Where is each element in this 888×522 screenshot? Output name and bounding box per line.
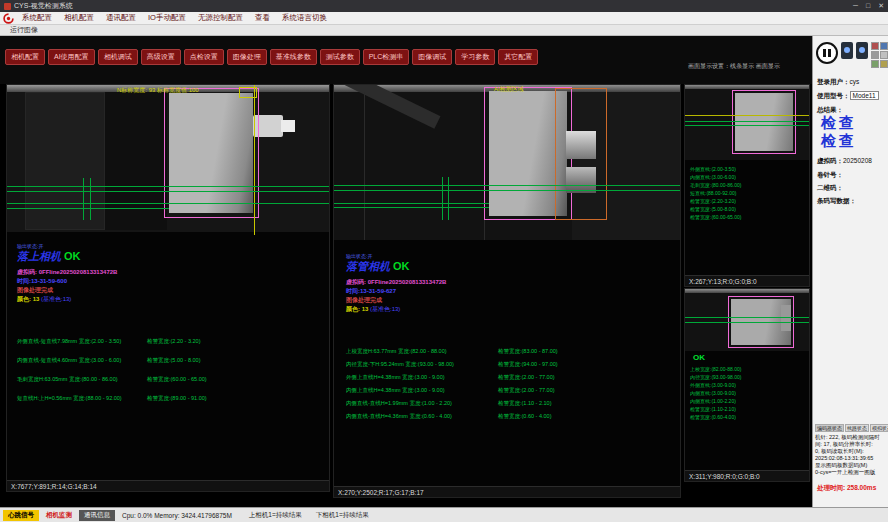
preview-2-image[interactable] [685, 289, 809, 351]
tool-icon[interactable] [880, 60, 888, 68]
measurement-limit: 检警宽度:(2.00 - 77.00) [498, 387, 555, 394]
menu-item[interactable]: 通讯配置 [100, 13, 142, 23]
measurement-value: 上校宽度H:63.77mm 宽度:(82.00 - 88.00) [346, 348, 447, 355]
tool-icon[interactable] [871, 51, 879, 59]
width-annotation: N标称宽度: 93 标称宽度值:100 [117, 86, 199, 95]
camera-results: 上相机1=持续结果 下相机1=持续结果 [249, 511, 369, 520]
green-measure-line [334, 203, 489, 204]
preview-camera-1[interactable]: 外侧直线:(2.00-3.50)内侧直线:(3.00-6.00)毛刺宽度:(80… [684, 84, 810, 287]
toolbar-button[interactable]: 测试参数 [320, 49, 360, 65]
green-measure-line [7, 186, 329, 187]
toolbar-button[interactable]: 图像调试 [412, 49, 452, 65]
tool-icon[interactable] [871, 60, 879, 68]
virtual-code: 虚拟码: 0FFline2025020813313472B [17, 268, 117, 277]
green-measure-line [7, 203, 329, 204]
camera-watch-label: 相机监测 [46, 511, 72, 520]
barcode-write-label: 条码写数据： [817, 197, 856, 204]
toolbar-button[interactable]: 学习参数 [455, 49, 495, 65]
toolbar-button[interactable]: 高级设置 [141, 49, 181, 65]
model-label: 使用型号： [817, 92, 850, 99]
toolbar-button[interactable]: PLC检测串 [363, 49, 410, 65]
status-tab[interactable]: 线路状态 [845, 424, 869, 432]
run-image-tab-row: 运行图像 [0, 25, 888, 36]
bottom-camera-result: 下相机1=持续结果 [316, 511, 369, 520]
preview-result-line: 毛刺宽度:(80.00-86.00) [690, 181, 741, 189]
preview-1-image[interactable] [685, 85, 809, 160]
toolbar-button[interactable]: 点检设置 [184, 49, 224, 65]
preview-camera-2[interactable]: OK 上校宽度:(82.00-88.00)内径宽度:(93.00-98.00)外… [684, 288, 810, 482]
status-tab[interactable]: 编码器状态 [815, 424, 844, 432]
green-measure-line [334, 190, 680, 191]
tab-run-image[interactable]: 运行图像 [10, 25, 38, 35]
pixel-coordinates: X:267;Y:13;R:0;G:0;B:0 [685, 275, 809, 286]
tool-icon[interactable] [880, 51, 888, 59]
measurement-row: 内侧直线-直线H=1.99mm 宽度:(1.00 - 2.20) 检警宽度:(1… [346, 400, 680, 413]
virtual-code-row: 虚拟码：20250208 [817, 157, 872, 166]
top-camera-result: 上相机1=持续结果 [249, 511, 302, 520]
preview-2-ok-badge: OK [693, 353, 705, 362]
color-extra: (基准色:13) [370, 306, 400, 312]
camera-name: 落上相机 [17, 250, 61, 262]
camera-a-button[interactable] [841, 42, 853, 59]
needle-label: 卷针号： [817, 171, 843, 178]
green-measure-line [685, 322, 809, 323]
pause-button[interactable] [816, 42, 838, 64]
app-icon [4, 3, 11, 10]
menu-item[interactable]: 相机配置 [58, 13, 100, 23]
toolbar-button[interactable]: 基准线参数 [270, 49, 317, 65]
camera-icon [859, 47, 865, 53]
left-camera-panel[interactable]: N标称宽度: 93 标称宽度值:100 输出状态:开 落上相机OK 虚拟码: 0… [6, 84, 330, 492]
middle-camera-panel[interactable]: AI检测区域 输出状态:开 落管相机OK 虚拟码: 0FFline2025020… [333, 84, 681, 498]
menu-item[interactable]: 系统配置 [16, 13, 58, 23]
heartbeat-badge: 心跳信号 [3, 510, 39, 521]
measurement-row: 外侧直线-短直线7.98mm 宽度:(2.00 - 3.50) 检警宽度:(2.… [17, 338, 329, 357]
measurement-row: 内侧直线-短直线4.60mm 宽度:(3.00 - 6.00) 检警宽度:(5.… [17, 357, 329, 376]
middle-camera-image[interactable]: AI检测区域 [334, 85, 680, 255]
toolbar-button[interactable]: 相机调试 [98, 49, 138, 65]
window-controls: ─ □ ✕ [853, 2, 884, 10]
tool-icon-grid [871, 42, 888, 68]
measurement-value: 内侧直线-短直线4.60mm 宽度:(3.00 - 6.00) [17, 357, 121, 364]
total-result-label: 总结果： [817, 106, 843, 113]
tool-icon[interactable] [871, 42, 879, 50]
menu-item[interactable]: 系统语言切换 [276, 13, 333, 23]
yellow-guide-line [685, 115, 809, 116]
comm-info-badge: 通讯信息 [79, 510, 115, 521]
machine-part [105, 92, 167, 230]
close-button[interactable]: ✕ [878, 2, 884, 10]
maximize-button[interactable]: □ [866, 2, 870, 10]
color-line: 颜色: 13 (基准色:13) [346, 305, 400, 314]
camera-result-title: 落上相机OK [17, 249, 81, 264]
tool-icon[interactable] [880, 42, 888, 50]
magenta-roi [164, 88, 259, 218]
toolbar-button[interactable]: 相机配置 [5, 49, 45, 65]
menu-item[interactable]: 查看 [249, 13, 276, 23]
camera-result-title: 落管相机OK [346, 259, 410, 274]
toolbar-buttons: 相机配置AI使用配置相机调试高级设置点检设置图像处理基准线参数测试参数PLC检测… [5, 49, 538, 65]
minimize-button[interactable]: ─ [853, 2, 858, 10]
process-status: 图像处理完成 [346, 296, 382, 305]
menu-item[interactable]: IO手动配置 [142, 13, 192, 23]
right-sidebar: 登录用户：cys 使用型号：Mode11 总结果： 检查 检查 虚拟码：2025… [812, 36, 888, 507]
model-row: 使用型号：Mode11 [817, 91, 879, 101]
toolbar-button[interactable]: 图像处理 [227, 49, 267, 65]
preview-2-results: 上校宽度:(82.00-88.00)内径宽度:(93.00-98.00)外侧直线… [690, 365, 741, 421]
toolbar-button[interactable]: AI使用配置 [48, 49, 95, 65]
model-select[interactable]: Mode11 [850, 91, 879, 100]
preview-result-line: 短直线:(88.00-92.00) [690, 189, 741, 197]
camera-b-button[interactable] [856, 42, 868, 59]
virtual-code-label: 虚拟码： [817, 157, 843, 164]
barcode-write-row: 条码写数据： [817, 197, 856, 206]
status-tab[interactable]: 模拟状态 [870, 424, 888, 432]
display-settings-label: 画面显示设置：线条显示 画面显示 [688, 62, 780, 71]
toolbar-button[interactable]: 其它配置 [498, 49, 538, 65]
green-measure-line [7, 208, 169, 209]
color-value: 颜色: 13 [346, 306, 368, 312]
pause-icon [828, 49, 831, 57]
left-camera-image[interactable]: N标称宽度: 93 标称宽度值:100 [7, 85, 329, 250]
measurement-limit: 检警宽度:(60.00 - 65.00) [147, 376, 207, 383]
needle-row: 卷针号： [817, 171, 843, 180]
green-measure-line [7, 191, 329, 192]
menu-item[interactable]: 无源控制配置 [192, 13, 249, 23]
green-measure-line [83, 178, 84, 220]
